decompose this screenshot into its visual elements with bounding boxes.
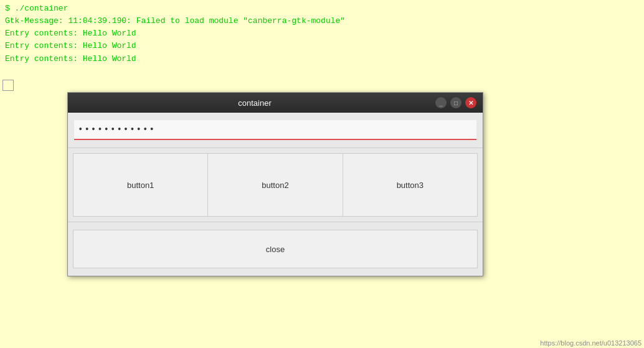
buttons-section: button1 button2 button3 — [68, 148, 483, 222]
close-button[interactable]: close — [73, 230, 477, 268]
titlebar: container _ □ ✕ — [68, 93, 483, 113]
maximize-button[interactable]: □ — [450, 97, 462, 108]
window-content: button1 button2 button3 close — [68, 113, 483, 276]
terminal-line-out1: Entry contents: Hello World — [5, 27, 639, 40]
password-entry[interactable] — [74, 120, 476, 140]
gtk-window: container _ □ ✕ button1 button2 button3 … — [67, 92, 483, 276]
button3[interactable]: button3 — [343, 154, 477, 216]
buttons-row: button1 button2 button3 — [73, 153, 478, 217]
window-title: container — [74, 98, 435, 108]
terminal-line-out2: Entry contents: Hello World — [5, 40, 639, 52]
close-section: close — [68, 222, 483, 276]
terminal-line-cmd: $ ./container — [5, 2, 639, 15]
close-window-button[interactable]: ✕ — [465, 97, 476, 108]
watermark: https://blog.csdn.net/u013213065 — [540, 339, 642, 347]
terminal-output: $ ./container Gtk-Message: 11:04:39.190:… — [0, 0, 644, 68]
button1[interactable]: button1 — [73, 154, 208, 216]
terminal-line-error: Gtk-Message: 11:04:39.190: Failed to loa… — [5, 15, 639, 27]
terminal-line-out3: Entry contents: Hello World — [5, 53, 639, 65]
titlebar-right-controls: _ □ ✕ — [435, 97, 476, 108]
minimize-button[interactable]: _ — [435, 97, 447, 108]
terminal-cursor-box — [2, 80, 14, 91]
button2[interactable]: button2 — [208, 154, 343, 216]
entry-section — [68, 113, 483, 148]
close-row: close — [73, 230, 478, 268]
